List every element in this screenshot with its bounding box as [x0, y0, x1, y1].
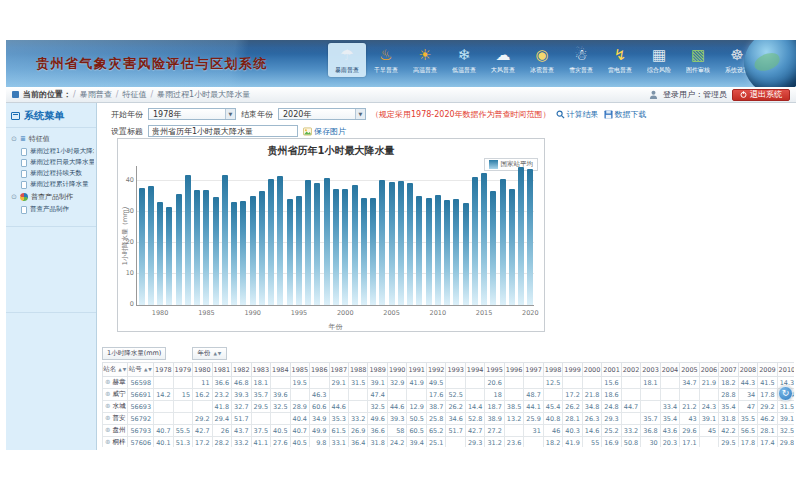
value-cell — [465, 389, 484, 401]
chart-title: 贵州省历年1小时最大降水量 — [118, 144, 544, 158]
value-cell: 26.2 — [446, 401, 465, 413]
value-cell: 20.3 — [660, 437, 679, 448]
breadcrumb-item[interactable]: 特征值 — [122, 90, 146, 99]
sidebar-item-暴雨过程持续天数[interactable]: 暴雨过程持续天数 — [10, 168, 94, 179]
start-year-label: 开始年份 — [111, 109, 143, 120]
breadcrumb-item[interactable]: 暴雨过程1小时最大降水量 — [157, 90, 250, 99]
bar-2002 — [361, 198, 367, 305]
sidebar-item-普查产品制作[interactable]: 普查产品制作 — [10, 204, 94, 215]
year-column-header: 1993 — [446, 363, 465, 377]
nav-item[interactable]: ☃雪灾普查 — [562, 43, 600, 77]
value-cell — [524, 437, 543, 448]
station-name-cell: ⊕水城 — [103, 401, 128, 413]
chevron-down-icon: ▼ — [225, 109, 235, 119]
row-expander-icon[interactable]: ⊕ — [105, 426, 110, 434]
calc-result-label: 计算结果 — [567, 109, 599, 120]
x-tick-label: 2005 — [379, 309, 405, 317]
nav-item[interactable]: ◉冰雹普查 — [523, 43, 561, 77]
nav-item[interactable]: ▧图件审核 — [679, 43, 717, 77]
refresh-float-button[interactable]: ↻ — [778, 386, 793, 401]
value-cell: 17.8 — [758, 389, 777, 401]
y-tick-label: 40 — [119, 176, 134, 184]
bar-2000 — [342, 189, 348, 305]
tree-expand-icon[interactable]: ⊙ — [11, 193, 17, 201]
bar-2008 — [416, 196, 422, 306]
value-cell: 45 — [699, 425, 718, 437]
value-cell: 17.2 — [193, 437, 212, 448]
value-cell: 43 — [680, 413, 699, 425]
value-cell: 28.9 — [290, 401, 309, 413]
data-download-link[interactable]: 数据下载 — [604, 109, 647, 120]
sidebar-item-暴雨过程1小时最大降水量[interactable]: 暴雨过程1小时最大降水量 — [10, 146, 94, 157]
start-year-select[interactable]: 1978年 ▼ — [148, 108, 236, 120]
range-hint: （规定采用1978-2020年数据作为普查时间范围） — [371, 109, 551, 120]
rainstorm-icon: ☂ — [328, 44, 366, 66]
row-expander-icon[interactable]: ⊕ — [105, 390, 110, 398]
value-cell: 32.9 — [387, 377, 406, 389]
y-tick-label: 0 — [119, 300, 134, 308]
tree-node[interactable]: ⊙普查产品制作 — [10, 190, 94, 204]
nav-item[interactable]: ♨干旱普查 — [367, 43, 405, 77]
tree-node[interactable]: ⊙≣特征值 — [10, 132, 94, 146]
value-cell — [290, 389, 309, 401]
year-sort-control[interactable]: 年份 ▲▼ — [192, 347, 227, 360]
sidebar: 系统菜单 ⊙≣特征值暴雨过程1小时最大降水量暴雨过程日最大降水量暴雨过程持续天数… — [6, 103, 97, 450]
nav-item[interactable]: ▦综合风险 — [640, 43, 678, 77]
nav-item[interactable]: ↯雷电普查 — [601, 43, 639, 77]
row-expander-icon[interactable]: ⊕ — [105, 378, 110, 386]
bar-1996 — [305, 180, 311, 305]
table-row: ⊕盘州5679340.755.542.72643.737.540.540.749… — [103, 425, 795, 437]
value-cell: 55 — [582, 437, 601, 448]
x-tick-label: 2015 — [471, 309, 497, 317]
row-expander-icon[interactable]: ⊕ — [105, 438, 110, 446]
station-id-column-header[interactable]: 站号 ▲▼ — [128, 363, 154, 377]
user-icon — [649, 90, 658, 99]
year-column-header: 2010 — [777, 363, 794, 377]
sidebar-item-暴雨过程累计降水量[interactable]: 暴雨过程累计降水量 — [10, 179, 94, 190]
sidebar-item-暴雨过程日最大降水量[interactable]: 暴雨过程日最大降水量 — [10, 157, 94, 168]
value-cell: 60.6 — [310, 401, 329, 413]
value-cell — [699, 437, 718, 448]
bar-2006 — [398, 181, 404, 305]
row-expander-icon[interactable]: ⊕ — [105, 414, 110, 422]
bar-2015 — [481, 173, 487, 305]
value-cell — [348, 401, 367, 413]
value-cell: 35.4 — [660, 413, 679, 425]
year-column-header: 1981 — [212, 363, 231, 377]
nav-item[interactable]: ☂暴雨普查 — [328, 43, 366, 77]
station-name: 普安 — [112, 414, 125, 422]
tree-expand-icon[interactable]: ⊙ — [11, 135, 17, 143]
measure-selector[interactable]: 1小时降水量(mm) — [102, 347, 166, 360]
chart-title-input[interactable] — [148, 125, 298, 137]
year-column-header: 1996 — [504, 363, 523, 377]
value-cell — [310, 377, 329, 389]
end-year-select[interactable]: 2020年 ▼ — [278, 108, 366, 120]
calc-result-link[interactable]: 计算结果 — [556, 109, 599, 120]
nav-item[interactable]: ☁大风普查 — [484, 43, 522, 77]
year-column-header: 1988 — [348, 363, 367, 377]
row-expander-icon[interactable]: ⊕ — [105, 402, 110, 410]
nav-item-label: 暴雨普查 — [330, 66, 365, 74]
value-cell: 31.5 — [348, 377, 367, 389]
value-cell: 42.2 — [719, 425, 738, 437]
nav-item[interactable]: ☀高温普查 — [406, 43, 444, 77]
value-cell: 44.3 — [738, 377, 757, 389]
sidebar-tree: ⊙≣特征值暴雨过程1小时最大降水量暴雨过程日最大降水量暴雨过程持续天数暴雨过程累… — [6, 128, 96, 221]
value-cell: 65.2 — [426, 425, 445, 437]
value-cell: 38.9 — [485, 413, 504, 425]
nav-item[interactable]: ❄低温普查 — [445, 43, 483, 77]
save-image-link[interactable]: 保存图片 — [303, 126, 346, 137]
year-column-header: 1994 — [465, 363, 484, 377]
bar-2010 — [435, 195, 441, 305]
value-cell: 33.2 — [348, 413, 367, 425]
year-column-header: 1997 — [524, 363, 543, 377]
bar-1994 — [287, 199, 293, 305]
station-column-header[interactable]: 站名 ▲▼ — [103, 363, 128, 377]
bar-1986 — [213, 197, 219, 305]
value-cell — [407, 389, 426, 401]
logout-button[interactable]: 退出系统 — [732, 89, 790, 101]
list-icon: ≣ — [20, 135, 26, 143]
breadcrumb-item[interactable]: 暴雨普查 — [80, 90, 112, 99]
value-cell: 28.1 — [563, 413, 582, 425]
value-cell — [660, 389, 679, 401]
